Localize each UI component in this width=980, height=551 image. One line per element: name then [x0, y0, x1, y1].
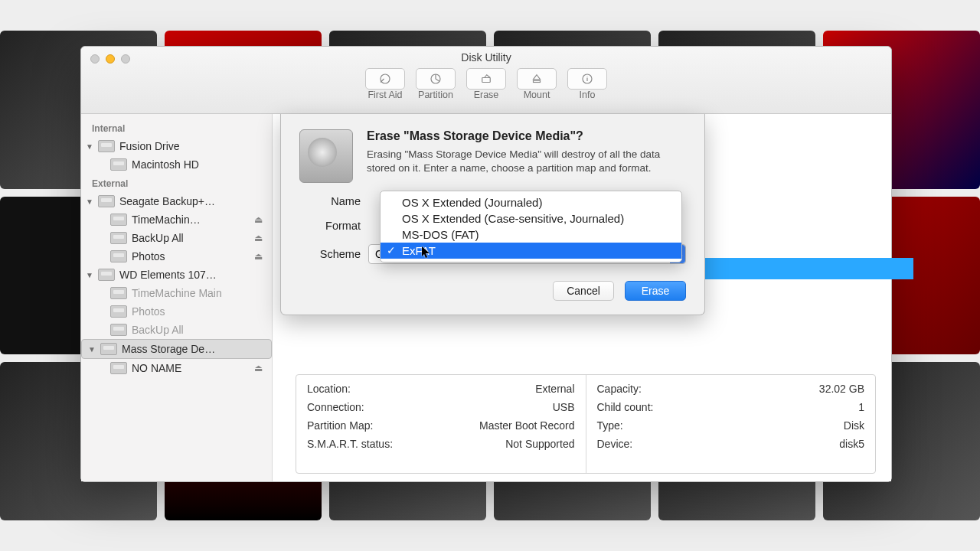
zoom-icon[interactable]: [121, 54, 130, 64]
info-icon: [567, 68, 607, 90]
disk-icon: [98, 140, 115, 152]
disk-icon: [110, 324, 127, 336]
format-option[interactable]: MS-DOS (FAT): [381, 227, 681, 243]
erase-icon: [466, 68, 506, 90]
detail-row: S.M.A.R.T. status:Not Supported: [307, 435, 575, 453]
toolbar-first-aid[interactable]: First Aid: [365, 68, 405, 100]
disk-icon: [110, 305, 127, 318]
detail-row: Child count:1: [597, 398, 865, 416]
hard-disk-icon: [299, 129, 353, 183]
format-option[interactable]: OS X Extended (Journaled): [381, 194, 681, 210]
disk-icon: [110, 287, 127, 299]
format-option-selected[interactable]: ExFAT: [381, 243, 681, 259]
disk-icon: [110, 250, 127, 262]
detail-row: Capacity:32.02 GB: [597, 380, 865, 398]
svg-point-0: [381, 74, 390, 83]
toolbar-mount[interactable]: Mount: [517, 68, 557, 100]
disk-utility-window: Disk Utility First Aid Partition Erase M…: [80, 46, 892, 482]
name-label: Name: [299, 195, 361, 207]
sidebar-item-timemachine1[interactable]: TimeMachin…⏏: [81, 210, 272, 229]
detail-row: Device:disk5: [597, 435, 865, 453]
traffic-lights: [90, 54, 130, 64]
svg-rect-3: [534, 80, 541, 82]
disk-icon: [110, 158, 127, 171]
detail-row: Partition Map:Master Boot Record: [307, 416, 575, 435]
sidebar-item-backupall1[interactable]: BackUp All⏏: [81, 229, 272, 247]
main-pane: Erase "Mass Storage Device Media"? Erasi…: [273, 114, 891, 481]
toolbar-info[interactable]: Info: [567, 68, 607, 100]
sidebar: Internal ▼Fusion Drive Macintosh HD Exte…: [81, 114, 273, 481]
scheme-label: Scheme: [299, 248, 361, 260]
eject-icon[interactable]: ⏏: [254, 214, 263, 225]
sheet-description: Erasing "Mass Storage Device Media" will…: [367, 148, 686, 175]
erase-sheet: Erase "Mass Storage Device Media"? Erasi…: [280, 114, 705, 315]
disk-icon: [110, 232, 127, 244]
toolbar-erase[interactable]: Erase: [466, 68, 506, 100]
format-option[interactable]: OS X Extended (Case-sensitive, Journaled…: [381, 210, 681, 227]
detail-row: Connection:USB: [307, 398, 575, 416]
erase-button[interactable]: Erase: [625, 281, 686, 301]
disk-icon: [110, 214, 127, 226]
titlebar: Disk Utility First Aid Partition Erase M…: [81, 47, 891, 114]
details-panel: Location:External Connection:USB Partiti…: [296, 374, 876, 474]
close-icon[interactable]: [90, 54, 100, 64]
sidebar-header-internal: Internal: [81, 119, 272, 137]
detail-row: Type:Disk: [597, 416, 865, 435]
disk-icon: [100, 343, 117, 355]
format-label: Format: [299, 220, 361, 232]
first-aid-icon: [365, 68, 405, 90]
svg-rect-2: [482, 78, 491, 83]
mount-icon: [517, 68, 557, 90]
sidebar-item-macintosh-hd[interactable]: Macintosh HD: [81, 155, 272, 174]
detail-row: Location:External: [307, 380, 575, 398]
sidebar-item-wd[interactable]: ▼WD Elements 107…: [81, 266, 272, 284]
sidebar-item-timemachine2[interactable]: TimeMachine Main: [81, 284, 272, 302]
disk-icon: [98, 195, 115, 207]
sidebar-item-fusion-drive[interactable]: ▼Fusion Drive: [81, 137, 272, 155]
eject-icon[interactable]: ⏏: [254, 251, 263, 262]
cursor-icon: [420, 246, 431, 259]
eject-icon[interactable]: ⏏: [254, 233, 263, 243]
format-dropdown[interactable]: OS X Extended (Journaled) OS X Extended …: [380, 191, 682, 262]
sidebar-item-mass-storage[interactable]: ▼Mass Storage De…: [81, 339, 272, 359]
sidebar-item-photos1[interactable]: Photos⏏: [81, 247, 272, 266]
sidebar-header-external: External: [81, 174, 272, 192]
sidebar-item-noname[interactable]: NO NAME⏏: [81, 359, 272, 377]
cancel-button[interactable]: Cancel: [553, 281, 614, 301]
disk-icon: [110, 362, 127, 374]
toolbar-partition[interactable]: Partition: [416, 68, 456, 100]
minimize-icon[interactable]: [106, 54, 115, 64]
sidebar-item-seagate[interactable]: ▼Seagate Backup+…: [81, 192, 272, 210]
toolbar: First Aid Partition Erase Mount Info: [81, 68, 891, 100]
disk-icon: [98, 269, 115, 281]
sheet-title: Erase "Mass Storage Device Media"?: [367, 129, 686, 143]
eject-icon[interactable]: ⏏: [254, 363, 263, 373]
sidebar-item-backupall2[interactable]: BackUp All: [81, 321, 272, 339]
sidebar-item-photos2[interactable]: Photos: [81, 302, 272, 321]
window-title: Disk Utility: [81, 47, 891, 64]
partition-icon: [416, 68, 456, 90]
